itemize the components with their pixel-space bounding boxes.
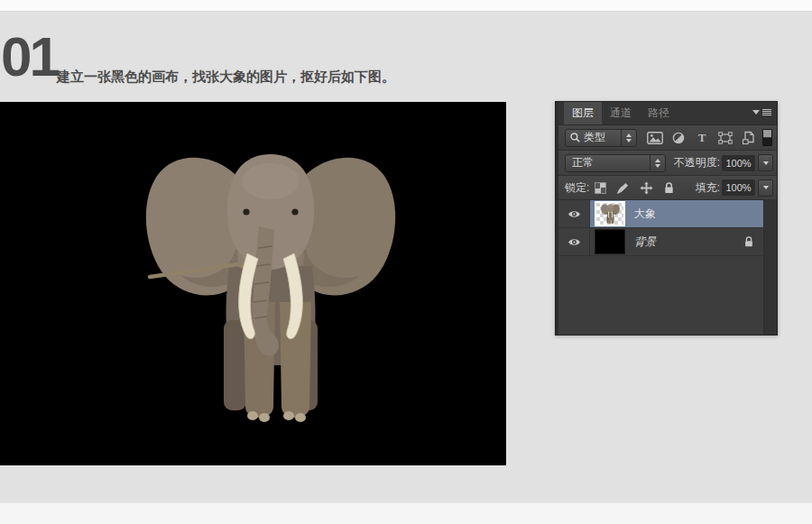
lock-fill-row: 锁定: 填充: 100%: [558, 176, 777, 200]
layer-list-gutter: [763, 200, 777, 335]
shape-layers-filter-icon[interactable]: [717, 131, 734, 145]
lock-buttons: [595, 181, 675, 195]
select-stepper-icon: [621, 130, 636, 146]
panel-menu-icon[interactable]: [752, 109, 771, 115]
search-icon: [569, 132, 581, 143]
bottom-divider-strip: [0, 502, 812, 524]
eye-icon: [567, 237, 581, 247]
layer-list: 大象 背景: [558, 200, 777, 335]
tab-paths[interactable]: 路径: [640, 102, 678, 124]
tab-layers[interactable]: 图层: [564, 102, 602, 124]
filter-kind-select[interactable]: 类型: [565, 129, 637, 147]
adjustment-layers-filter-icon[interactable]: [670, 131, 687, 145]
menu-arrow-icon: [752, 110, 760, 115]
elephant-image: [144, 140, 397, 428]
top-divider-strip: [0, 0, 812, 12]
layer-thumbnail-background[interactable]: [595, 229, 625, 254]
blend-mode-value: 正常: [572, 155, 594, 170]
layer-row-elephant[interactable]: 大象: [558, 200, 763, 228]
fill-value[interactable]: 100%: [722, 179, 755, 196]
layer-name[interactable]: 大象: [634, 207, 656, 222]
visibility-cell[interactable]: [558, 228, 590, 255]
tab-channels[interactable]: 通道: [602, 102, 640, 124]
type-layers-filter-icon[interactable]: T: [694, 131, 710, 145]
layers-panel-inner: 图层 通道 路径 类型: [556, 102, 777, 335]
smart-objects-filter-icon[interactable]: [741, 131, 757, 145]
lock-pixels-icon[interactable]: [616, 181, 630, 195]
filter-kind-label: 类型: [584, 130, 605, 145]
opacity-label: 不透明度:: [674, 155, 720, 170]
visibility-cell[interactable]: [558, 200, 590, 227]
opacity-value[interactable]: 100%: [722, 155, 755, 171]
filter-icons: T: [647, 131, 757, 145]
step-number: 01: [1, 30, 58, 84]
blend-opacity-row: 正常 不透明度: 100%: [558, 151, 777, 176]
layer-filter-row: 类型 T: [558, 125, 777, 151]
layer-row-content[interactable]: 背景: [590, 228, 763, 255]
layer-rows: 大象 背景: [558, 200, 763, 335]
layer-filtering-toggle[interactable]: [762, 129, 772, 146]
fill-dropdown-button[interactable]: [758, 179, 773, 197]
blend-mode-select[interactable]: 正常: [565, 154, 666, 172]
layer-name[interactable]: 背景: [634, 234, 656, 250]
lock-transparency-icon[interactable]: [595, 182, 606, 194]
menu-lines-icon: [762, 109, 771, 115]
elephant-thumb-art: [601, 203, 620, 225]
background-lock-icon: [743, 235, 754, 248]
layer-thumbnail-elephant[interactable]: [595, 201, 625, 226]
eye-icon: [567, 209, 581, 219]
lock-label: 锁定:: [565, 180, 589, 196]
layers-panel: 图层 通道 路径 类型: [555, 101, 778, 336]
pixel-layers-filter-icon[interactable]: [647, 131, 663, 145]
fill-label: 填充:: [696, 180, 720, 196]
layer-row-background[interactable]: 背景: [558, 228, 763, 256]
panel-tabbar: 图层 通道 路径: [558, 102, 777, 125]
select-stepper-icon: [650, 155, 665, 171]
lock-all-icon[interactable]: [663, 181, 675, 195]
lock-position-icon[interactable]: [640, 181, 653, 195]
opacity-dropdown-button[interactable]: [758, 154, 773, 171]
layer-row-content[interactable]: 大象: [590, 200, 763, 227]
step-description: 建立一张黑色的画布，找张大象的图片，抠好后如下图。: [57, 69, 395, 86]
document-canvas: [0, 102, 506, 465]
